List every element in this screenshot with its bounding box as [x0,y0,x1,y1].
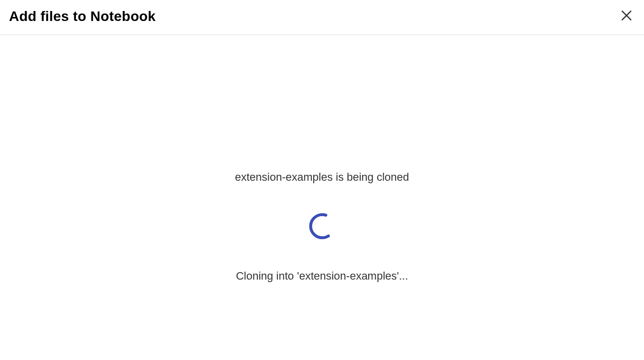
dialog-content: extension-examples is being cloned Cloni… [0,35,644,360]
clone-progress-text: Cloning into 'extension-examples'... [236,270,408,283]
dialog-header: Add files to Notebook [0,0,644,35]
dialog-title: Add files to Notebook [9,8,156,24]
add-files-dialog: Add files to Notebook extension-examples… [0,0,644,360]
close-button[interactable] [618,7,635,25]
clone-status-heading: extension-examples is being cloned [235,171,409,184]
loading-spinner [308,212,337,241]
close-icon [620,9,633,23]
spinner-icon [308,234,337,242]
svg-point-2 [310,215,333,238]
